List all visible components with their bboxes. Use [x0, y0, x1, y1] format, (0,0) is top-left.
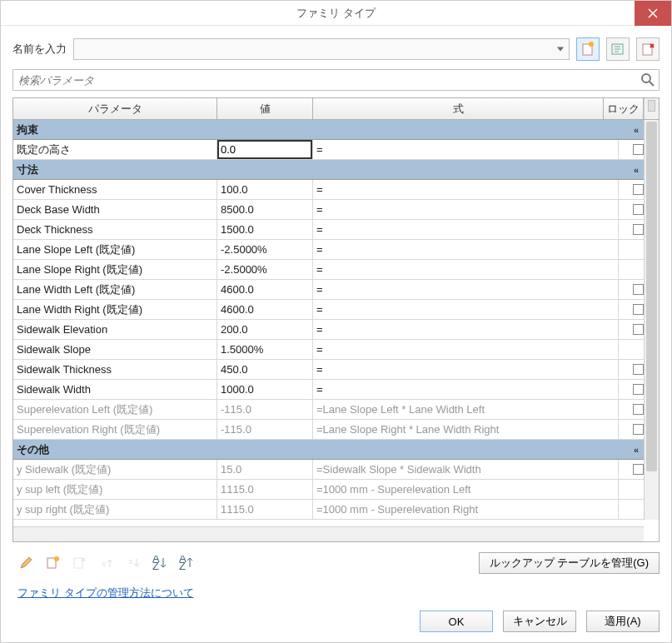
- formula-cell[interactable]: =: [313, 300, 619, 319]
- value-cell[interactable]: [217, 140, 313, 159]
- lock-checkbox[interactable]: [633, 384, 644, 395]
- ok-button[interactable]: OK: [420, 611, 493, 632]
- move-up-button[interactable]: [97, 554, 116, 572]
- search-input[interactable]: [12, 69, 660, 91]
- table-row[interactable]: Lane Slope Left (既定値)-2.5000%=: [13, 240, 659, 260]
- lock-checkbox[interactable]: [633, 184, 644, 195]
- group-header[interactable]: その他«: [13, 440, 659, 460]
- param-name-cell[interactable]: Sidewalk Slope: [13, 340, 217, 359]
- lock-checkbox[interactable]: [633, 304, 644, 315]
- param-name-cell[interactable]: Deck Base Width: [13, 200, 217, 219]
- param-name-cell[interactable]: 既定の高さ: [13, 140, 217, 159]
- col-lock[interactable]: ロック: [604, 98, 644, 119]
- param-name-cell[interactable]: Sidewalk Thickness: [13, 360, 217, 379]
- param-name-cell[interactable]: Deck Thickness: [13, 220, 217, 239]
- group-header[interactable]: 拘束«: [13, 120, 659, 140]
- sort-desc-button[interactable]: AZ: [177, 554, 196, 572]
- table-row[interactable]: Lane Slope Right (既定値)-2.5000%=: [13, 260, 659, 280]
- formula-cell[interactable]: =: [313, 360, 619, 379]
- horizontal-scrollbar[interactable]: [13, 526, 644, 541]
- formula-cell[interactable]: =Lane Slope Left * Lane Width Left: [313, 400, 619, 419]
- param-name-cell[interactable]: Superelevation Right (既定値): [13, 420, 217, 439]
- value-cell[interactable]: 1115.0: [217, 500, 313, 519]
- value-cell[interactable]: 4600.0: [217, 280, 313, 299]
- table-row[interactable]: Cover Thickness100.0=: [13, 180, 659, 200]
- value-cell[interactable]: 100.0: [217, 180, 313, 199]
- formula-cell[interactable]: =Sidewalk Slope * Sidewalk Width: [313, 460, 619, 479]
- value-cell[interactable]: 1000.0: [217, 380, 313, 399]
- value-cell[interactable]: 1500.0: [217, 220, 313, 239]
- lock-checkbox[interactable]: [633, 284, 644, 295]
- lock-checkbox[interactable]: [633, 364, 644, 375]
- formula-cell[interactable]: =: [313, 240, 619, 259]
- table-row[interactable]: 既定の高さ=: [13, 140, 659, 160]
- edit-param-button[interactable]: [17, 554, 36, 572]
- value-cell[interactable]: 1.5000%: [217, 340, 313, 359]
- formula-cell[interactable]: =: [313, 140, 619, 159]
- param-name-cell[interactable]: Lane Width Left (既定値): [13, 280, 217, 299]
- value-cell[interactable]: -115.0: [217, 400, 313, 419]
- col-value[interactable]: 値: [217, 98, 313, 119]
- param-name-cell[interactable]: Superelevation Left (既定値): [13, 400, 217, 419]
- param-name-cell[interactable]: Lane Width Right (既定値): [13, 300, 217, 319]
- lock-checkbox[interactable]: [633, 324, 644, 335]
- value-cell[interactable]: 4600.0: [217, 300, 313, 319]
- table-row[interactable]: Superelevation Left (既定値)-115.0=Lane Slo…: [13, 400, 659, 420]
- formula-cell[interactable]: =: [313, 280, 619, 299]
- help-link[interactable]: ファミリ タイプの管理方法について: [17, 586, 194, 599]
- value-cell[interactable]: 1115.0: [217, 480, 313, 499]
- formula-cell[interactable]: =: [313, 180, 619, 199]
- lock-checkbox[interactable]: [633, 204, 644, 215]
- col-formula[interactable]: 式: [313, 98, 604, 119]
- table-row[interactable]: Sidewalk Thickness450.0=: [13, 360, 659, 380]
- param-name-cell[interactable]: y sup left (既定値): [13, 480, 217, 499]
- table-row[interactable]: Sidewalk Width1000.0=: [13, 380, 659, 400]
- collapse-icon[interactable]: «: [634, 125, 639, 135]
- collapse-icon[interactable]: «: [634, 445, 639, 455]
- new-param-button[interactable]: [44, 554, 62, 572]
- group-header[interactable]: 寸法«: [13, 160, 659, 180]
- value-cell[interactable]: 8500.0: [217, 200, 313, 219]
- delete-type-button[interactable]: [636, 37, 660, 61]
- rename-type-button[interactable]: [606, 37, 630, 61]
- apply-button[interactable]: 適用(A): [586, 611, 660, 632]
- delete-param-button[interactable]: [71, 554, 89, 572]
- formula-cell[interactable]: =: [313, 220, 619, 239]
- table-row[interactable]: y Sidewalk (既定値)15.0=Sidewalk Slope * Si…: [13, 460, 659, 480]
- lock-checkbox[interactable]: [633, 144, 644, 155]
- param-name-cell[interactable]: Cover Thickness: [13, 180, 217, 199]
- new-type-button[interactable]: [576, 37, 600, 61]
- vertical-scrollbar[interactable]: [644, 120, 659, 520]
- formula-cell[interactable]: =: [313, 340, 619, 359]
- type-dropdown[interactable]: [73, 38, 570, 60]
- close-button[interactable]: [635, 1, 671, 26]
- formula-cell[interactable]: =: [313, 200, 619, 219]
- param-name-cell[interactable]: Lane Slope Left (既定値): [13, 240, 217, 259]
- formula-cell[interactable]: =: [313, 260, 619, 279]
- move-down-button[interactable]: [124, 554, 142, 572]
- value-cell[interactable]: 15.0: [217, 460, 313, 479]
- table-row[interactable]: Sidewalk Slope1.5000%=: [13, 340, 659, 360]
- value-cell[interactable]: -115.0: [217, 420, 313, 439]
- cancel-button[interactable]: キャンセル: [503, 611, 576, 632]
- table-row[interactable]: Sidewalk Elevation200.0=: [13, 320, 659, 340]
- lock-checkbox[interactable]: [633, 224, 644, 235]
- param-name-cell[interactable]: y sup right (既定値): [13, 500, 217, 519]
- formula-cell[interactable]: =1000 mm - Superelevation Right: [313, 500, 619, 519]
- table-row[interactable]: Superelevation Right (既定値)-115.0=Lane Sl…: [13, 420, 659, 440]
- value-cell[interactable]: -2.5000%: [217, 240, 313, 259]
- param-name-cell[interactable]: Lane Slope Right (既定値): [13, 260, 217, 279]
- search-icon[interactable]: [640, 72, 656, 88]
- param-name-cell[interactable]: y Sidewalk (既定値): [13, 460, 217, 479]
- lock-checkbox[interactable]: [633, 424, 644, 435]
- col-parameter[interactable]: パラメータ: [13, 98, 217, 119]
- table-row[interactable]: Lane Width Left (既定値)4600.0=: [13, 280, 659, 300]
- value-cell[interactable]: -2.5000%: [217, 260, 313, 279]
- table-row[interactable]: Lane Width Right (既定値)4600.0=: [13, 300, 659, 320]
- value-input[interactable]: [217, 140, 312, 159]
- lock-checkbox[interactable]: [633, 404, 644, 415]
- formula-cell[interactable]: =Lane Slope Right * Lane Width Right: [313, 420, 619, 439]
- value-cell[interactable]: 200.0: [217, 320, 313, 339]
- collapse-icon[interactable]: «: [634, 165, 639, 175]
- param-name-cell[interactable]: Sidewalk Elevation: [13, 320, 217, 339]
